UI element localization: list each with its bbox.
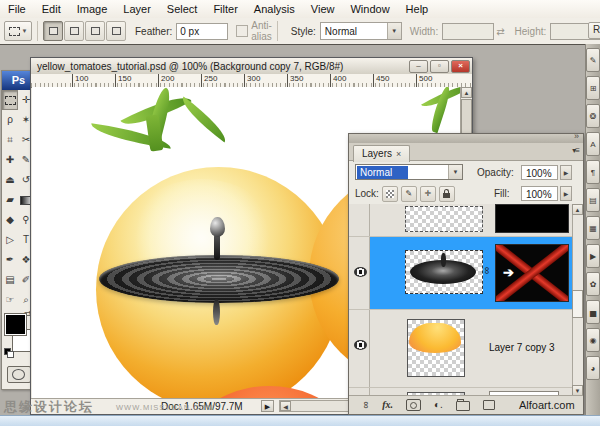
panel-header-strip[interactable]: » xyxy=(349,134,583,143)
menu-view[interactable]: View xyxy=(303,0,343,18)
intersect-selection-icon xyxy=(112,27,121,35)
clone-stamp-tool[interactable]: ⏏ xyxy=(2,170,18,190)
dock-clone-source-icon[interactable]: ⊞ xyxy=(586,76,600,100)
add-to-selection-button[interactable] xyxy=(64,21,84,41)
layer-mask-thumbnail[interactable] xyxy=(495,204,569,233)
blur-tool[interactable]: ◆ xyxy=(2,210,18,230)
dock-histogram-icon[interactable]: ▅ xyxy=(586,300,600,324)
layer-style-icon[interactable]: fx. xyxy=(382,400,393,410)
layer-row-partial[interactable] xyxy=(349,204,583,237)
pen-tool[interactable]: ✒ xyxy=(2,250,18,270)
dock-styles-icon[interactable]: ❂ xyxy=(586,104,600,128)
menu-image[interactable]: Image xyxy=(69,0,116,18)
eye-icon[interactable] xyxy=(354,340,367,350)
dock-swatches-icon[interactable]: ✿ xyxy=(586,272,600,296)
opacity-slider-button[interactable]: ▶ xyxy=(560,165,572,180)
menu-help[interactable]: Help xyxy=(398,0,437,18)
close-tab-icon[interactable]: × xyxy=(396,149,401,159)
menu-window[interactable]: Window xyxy=(342,0,397,18)
link-icon: ∞ xyxy=(482,267,493,274)
scroll-up-icon[interactable]: ▲ xyxy=(461,87,472,98)
menu-select[interactable]: Select xyxy=(159,0,206,18)
lock-transparent-pixels-button[interactable] xyxy=(382,186,398,202)
new-selection-icon xyxy=(49,27,58,35)
tool-icon: ☞ xyxy=(6,295,15,305)
link-layers-icon[interactable]: ∞ xyxy=(361,401,371,408)
rectangular-marquee-tool[interactable] xyxy=(2,90,18,110)
quick-mask-button[interactable] xyxy=(7,366,31,383)
menu-filter[interactable]: Filter xyxy=(205,0,245,18)
fill-input[interactable]: 100% xyxy=(521,186,558,201)
collapse-panel-icon[interactable]: » xyxy=(574,131,579,141)
panel-menu-icon[interactable]: ▾≡ xyxy=(572,146,579,155)
new-layer-icon[interactable] xyxy=(483,400,495,410)
layer-thumbnail[interactable] xyxy=(405,206,483,232)
document-title-bar[interactable]: yellow_tomatoes_tutorial.psd @ 100% (Bac… xyxy=(31,58,472,75)
scrollbar-thumb[interactable] xyxy=(572,290,583,318)
layer-row[interactable]: Layer 7 copy 3 xyxy=(349,310,583,388)
opacity-input[interactable]: 100% xyxy=(521,165,558,180)
dock-character-icon[interactable]: A xyxy=(586,132,600,156)
refine-edge-button[interactable]: Re xyxy=(588,22,600,39)
layer-row-selected[interactable]: ∞ ➔ xyxy=(349,237,583,310)
horizontal-ruler[interactable]: 100150200250300350400450500 xyxy=(31,74,472,88)
visibility-column[interactable] xyxy=(349,237,370,309)
notes-tool[interactable]: ▤ xyxy=(2,270,18,290)
visibility-column[interactable] xyxy=(349,204,370,236)
default-colors-icon[interactable] xyxy=(4,348,13,357)
subtract-from-selection-button[interactable] xyxy=(85,21,105,41)
minimize-button[interactable]: – xyxy=(409,60,428,73)
scroll-left-icon[interactable]: ◀ xyxy=(280,401,291,411)
width-input[interactable] xyxy=(442,23,494,40)
close-button[interactable]: × xyxy=(451,60,470,73)
new-group-icon[interactable] xyxy=(456,401,470,411)
antialias-checkbox[interactable] xyxy=(236,25,248,37)
swap-dimensions-icon[interactable]: ⇄ xyxy=(496,26,504,37)
feather-input[interactable]: 0 px xyxy=(176,23,228,40)
status-menu-button[interactable]: ▶ xyxy=(261,400,274,412)
dock-navigator-icon[interactable]: ◉ xyxy=(586,328,600,352)
foreground-color-swatch[interactable] xyxy=(5,314,26,335)
watermark-site: WWW.MISSYUAN.COM xyxy=(116,403,214,412)
layer-name[interactable]: Layer 7 copy 3 xyxy=(489,342,555,353)
hand-tool[interactable]: ☞ xyxy=(2,290,18,310)
fill-slider-button[interactable]: ▶ xyxy=(560,186,572,201)
lock-image-pixels-button[interactable]: ✎ xyxy=(401,186,417,202)
tool-preset-picker[interactable]: ▼ xyxy=(4,21,32,41)
blend-mode-select[interactable]: Normal ▼ xyxy=(355,164,463,180)
tool-icon: ⏏ xyxy=(5,175,14,185)
menu-analysis[interactable]: Analysis xyxy=(246,0,303,18)
dock-brushes-icon[interactable]: ✎ xyxy=(586,48,600,72)
menu-file[interactable]: File xyxy=(0,0,34,18)
layer-thumbnail[interactable] xyxy=(407,319,465,377)
dock-paragraph-icon[interactable]: ¶ xyxy=(586,160,600,184)
add-layer-mask-icon[interactable] xyxy=(406,399,421,411)
eraser-tool[interactable]: ▰ xyxy=(2,190,18,210)
menu-edit[interactable]: Edit xyxy=(34,0,69,18)
adjustment-layer-icon[interactable]: ◐. xyxy=(434,400,443,410)
brush-icon: ✎ xyxy=(406,189,413,198)
drop-thumbnail-art xyxy=(441,253,446,267)
new-selection-button[interactable] xyxy=(43,21,63,41)
maximize-button[interactable]: ▫ xyxy=(430,60,449,73)
style-select[interactable]: Normal ▼ xyxy=(320,22,402,40)
dock-actions-icon[interactable]: ▶ xyxy=(586,244,600,268)
lasso-tool[interactable]: ρ xyxy=(2,110,18,130)
visibility-column[interactable] xyxy=(349,310,370,387)
menu-layer[interactable]: Layer xyxy=(115,0,159,18)
scroll-up-icon[interactable]: ▲ xyxy=(572,204,583,215)
dock-info-icon[interactable]: ▤ xyxy=(586,188,600,212)
layer-thumbnail[interactable] xyxy=(405,250,483,294)
dock-color-icon[interactable]: ◕ xyxy=(586,356,600,380)
spot-healing-brush-tool[interactable]: ✚ xyxy=(2,150,18,170)
lock-all-button[interactable] xyxy=(439,186,455,202)
path-selection-tool[interactable]: ▷ xyxy=(2,230,18,250)
layers-scrollbar[interactable]: ▲ ▼ xyxy=(572,204,583,396)
tab-layers[interactable]: Layers× xyxy=(353,145,410,162)
lock-position-button[interactable]: ✛ xyxy=(420,186,436,202)
eye-icon[interactable] xyxy=(354,267,367,277)
layer-mask-thumbnail[interactable]: ➔ xyxy=(495,244,569,302)
crop-tool[interactable]: ⌗ xyxy=(2,130,18,150)
dock-layer-comps-icon[interactable]: ▦ xyxy=(586,216,600,240)
intersect-selection-button[interactable] xyxy=(106,21,126,41)
